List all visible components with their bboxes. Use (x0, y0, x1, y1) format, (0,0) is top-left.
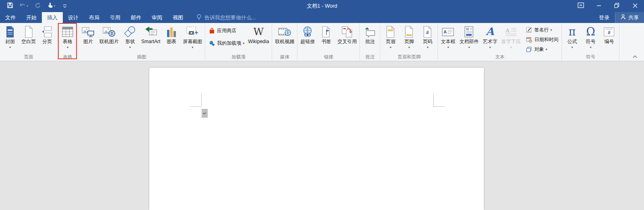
group-addins-label: 加载项 (206, 54, 271, 61)
group-links-label: 链接 (298, 54, 359, 61)
pictures-button[interactable]: 图片 (79, 24, 97, 50)
store-button[interactable]: 应用商店 (208, 27, 244, 34)
sign-in-label: 登录 (599, 14, 609, 21)
wordart-button[interactable]: A 艺术字 ▾ (481, 24, 499, 50)
group-pages-label: 页面 (1, 54, 56, 61)
collapse-ribbon-button[interactable] (631, 53, 639, 59)
customize-qat-button[interactable] (58, 0, 72, 12)
repeat-icon (35, 2, 41, 10)
margin-crop-mark-left-horizontal (190, 106, 201, 107)
footer-button[interactable]: 页脚 ▾ (400, 24, 418, 50)
close-icon (633, 2, 638, 10)
my-addins-button[interactable]: 我的加载项 ▾ (208, 40, 244, 47)
comment-label: 批注 (365, 39, 375, 45)
drop-cap-button[interactable]: A 首字下沉 ▾ (499, 24, 522, 50)
signature-line-button[interactable]: 签名行 ▾ (526, 27, 558, 33)
group-comments: 批注 批注 (360, 23, 380, 61)
page-break-label: 分页 (42, 39, 52, 45)
equation-button[interactable]: π 公式 ▾ (563, 24, 581, 50)
touch-mode-button[interactable]: ▾ (44, 0, 58, 12)
group-header-footer-label: 页眉和页脚 (381, 54, 437, 61)
cross-reference-button[interactable]: 交叉引用 (335, 24, 359, 50)
online-pictures-label: 联机图片 (99, 39, 119, 45)
wikipedia-icon: W (251, 25, 266, 38)
comment-icon (363, 25, 377, 38)
tab-mailings[interactable]: 邮件 (126, 12, 147, 23)
repeat-button[interactable] (31, 0, 44, 12)
cover-page-button[interactable]: 封面 ▾ (1, 24, 19, 50)
object-button[interactable]: 对象 ▾ (526, 46, 558, 53)
hyperlink-button[interactable]: 超链接 (298, 24, 317, 50)
tab-insert[interactable]: 插入 (42, 12, 63, 23)
bookmark-icon (319, 25, 333, 38)
wikipedia-button[interactable]: W Wikipedia (246, 24, 271, 50)
blank-page-label: 空白页 (21, 39, 36, 45)
ribbon-display-options-button[interactable] (572, 0, 590, 12)
symbol-icon: Ω (583, 25, 598, 38)
shapes-icon (123, 25, 137, 38)
online-pictures-button[interactable]: 联机图片 (97, 24, 121, 50)
share-label: 共享 (628, 14, 639, 21)
undo-button[interactable]: ▾ (17, 0, 31, 12)
store-label: 应用商店 (217, 27, 236, 34)
group-illustrations: 图片 联机图片 形状 ▾ SmartArt (78, 23, 205, 61)
date-time-icon (526, 37, 533, 43)
customize-qat-icon (63, 2, 67, 10)
footer-dropdown-icon: ▾ (408, 46, 410, 50)
tab-file[interactable]: 文件 (0, 12, 21, 23)
table-button[interactable]: 表格 ▾ (58, 24, 77, 50)
wikipedia-label: Wikipedia (248, 39, 269, 45)
shapes-button[interactable]: 形状 ▾ (121, 24, 139, 50)
comment-button[interactable]: 批注 (361, 24, 379, 50)
minimize-button[interactable] (590, 0, 608, 12)
smartart-button[interactable]: SmartArt (139, 24, 162, 50)
tab-references[interactable]: 引用 (105, 12, 126, 23)
screenshot-button[interactable]: 屏幕截图 ▾ (181, 24, 204, 50)
margin-crop-mark-left-vertical (201, 94, 202, 106)
tab-view[interactable]: 视图 (167, 12, 188, 23)
group-table-label: 表格 (58, 54, 77, 61)
tab-layout[interactable]: 布局 (84, 12, 105, 23)
save-button[interactable] (3, 0, 17, 12)
symbol-button[interactable]: Ω 符号 ▾ (581, 24, 600, 50)
svg-text:A: A (506, 27, 510, 34)
document-page[interactable]: ↵ (149, 68, 484, 210)
page-number-dropdown-icon: ▾ (427, 46, 428, 50)
tell-me-box[interactable]: 告诉我您想要做什么... (196, 12, 256, 23)
date-time-button[interactable]: 日期和时间 (526, 36, 558, 43)
text-box-button[interactable]: A 文本框 ▾ (439, 24, 457, 50)
ribbon-tab-row: 文件 开始 插入 设计 布局 引用 邮件 审阅 视图 告诉我您想要做什么... … (0, 12, 644, 23)
header-button[interactable]: 页眉 ▾ (381, 24, 400, 50)
object-label: 对象 (534, 46, 544, 53)
tab-review[interactable]: 审阅 (147, 12, 167, 23)
sign-in-button[interactable]: 登录 (593, 12, 615, 23)
group-pages: 封面 ▾ 空白页 分页 页面 (0, 23, 58, 61)
tab-home[interactable]: 开始 (21, 12, 42, 23)
tab-design[interactable]: 设计 (63, 12, 84, 23)
number-button[interactable]: # 编号 (600, 24, 618, 50)
ribbon-display-options-icon (578, 2, 584, 10)
quick-parts-button[interactable]: 文档部件 ▾ (457, 24, 481, 50)
chart-button[interactable]: 图表 (162, 24, 181, 50)
share-button[interactable]: 共享 (615, 12, 644, 23)
blank-page-button[interactable]: 空白页 (19, 24, 38, 50)
quick-parts-dropdown-icon: ▾ (468, 46, 470, 50)
close-button[interactable] (626, 0, 644, 12)
paragraph-mark: ↵ (202, 109, 208, 118)
group-symbols: π 公式 ▾ Ω 符号 ▾ # 编号 符号 (562, 23, 619, 61)
chart-label: 图表 (167, 39, 176, 45)
drop-cap-dropdown-icon: ▾ (510, 46, 512, 50)
group-illustrations-label: 插图 (79, 54, 204, 61)
bookmark-button[interactable]: 书签 (317, 24, 335, 50)
chart-icon (164, 25, 179, 38)
lightbulb-icon (196, 14, 202, 21)
undo-dropdown-icon: ▾ (27, 4, 28, 8)
tab-layout-label: 布局 (89, 14, 99, 21)
page-break-button[interactable]: 分页 (38, 24, 56, 50)
page-number-icon: # (420, 25, 435, 38)
header-label: 页眉 (386, 39, 395, 45)
touch-mode-dropdown-icon: ▾ (54, 4, 56, 8)
restore-button[interactable] (608, 0, 626, 12)
page-number-button[interactable]: # 页码 ▾ (418, 24, 437, 50)
online-video-button[interactable]: 联机视频 (273, 24, 296, 50)
